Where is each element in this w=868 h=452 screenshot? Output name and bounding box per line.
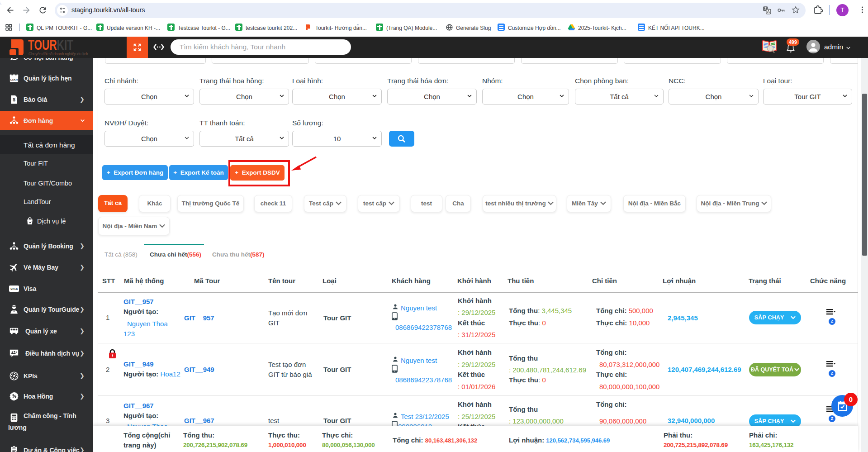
svg-text:VISA: VISA [10, 287, 18, 290]
svg-text:CSKH: CSKH [10, 78, 18, 81]
svg-text:$: $ [13, 97, 15, 102]
